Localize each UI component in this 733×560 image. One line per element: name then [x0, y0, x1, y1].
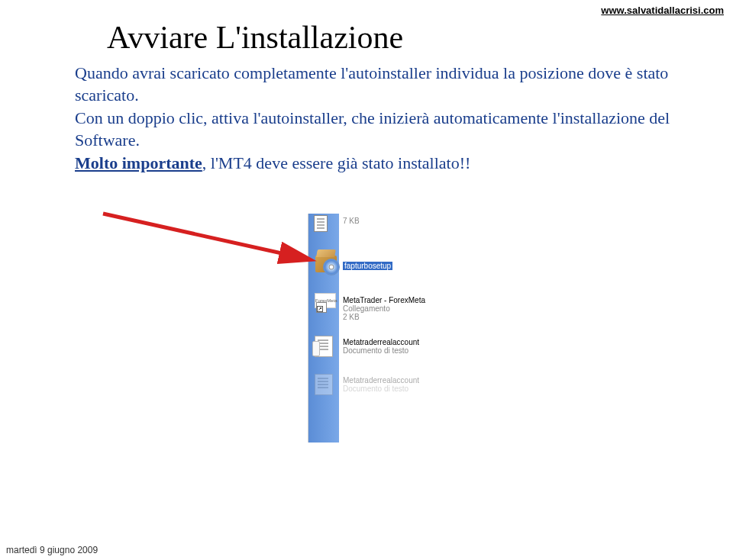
document-icon	[314, 215, 328, 232]
file-item-fapturbo[interactable]: fapturbosetup	[343, 262, 442, 270]
red-arrow-annotation	[99, 210, 328, 286]
file-size: 7 KB	[343, 217, 442, 225]
page-title: Avviare L'installazione	[107, 19, 403, 56]
file-item-realaccount-faded: Metatraderrealaccount Documento di testo	[343, 376, 442, 393]
file-type: Documento di testo	[343, 385, 442, 393]
file-item-partial: 7 KB	[343, 217, 442, 225]
svg-line-1	[103, 214, 309, 259]
file-title: Metatraderrealaccount	[343, 376, 442, 385]
metatrader-shortcut-icon: ForexMeta ↗	[315, 293, 336, 314]
text-document-icon-faded	[315, 374, 333, 395]
paragraph-1: Quando avrai scaricato completamente l'a…	[75, 63, 670, 106]
file-item-realaccount: Metatraderrealaccount Documento di testo	[343, 338, 442, 355]
instruction-text: Quando avrai scaricato completamente l'a…	[75, 63, 670, 176]
file-type: Documento di testo	[343, 346, 442, 355]
header-url-link[interactable]: www.salvatidallacrisi.com	[601, 5, 724, 16]
important-label: Molto importante	[75, 153, 202, 172]
selected-filename: fapturbosetup	[343, 262, 392, 270]
shortcut-arrow-icon: ↗	[317, 306, 323, 312]
explorer-screenshot: 7 KB fapturbosetup ForexMeta ↗ MetaTrade…	[308, 214, 445, 443]
paragraph-2: Con un doppio clic, attiva l'autoinstall…	[75, 108, 670, 151]
file-size: 2 KB	[343, 313, 442, 321]
footer-date: martedì 9 giugno 2009	[6, 545, 98, 555]
important-text: , l'MT4 deve essere già stato installato…	[202, 153, 471, 172]
disc-icon	[323, 259, 340, 275]
file-item-metatrader: MetaTrader - ForexMeta Collegamento 2 KB	[343, 296, 442, 321]
file-title: Metatraderrealaccount	[343, 338, 442, 346]
file-type: Collegamento	[343, 304, 442, 313]
file-title: MetaTrader - ForexMeta	[343, 296, 442, 304]
installer-icon	[312, 248, 340, 275]
text-document-icon	[315, 336, 333, 357]
paragraph-3: Molto importante, l'MT4 deve essere già …	[75, 153, 670, 175]
